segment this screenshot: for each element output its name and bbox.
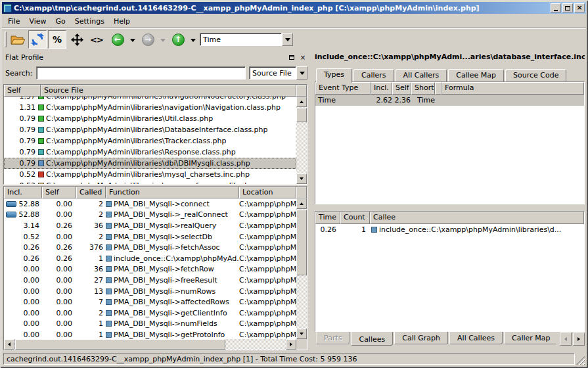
column-header-self[interactable]: Self <box>4 85 41 97</box>
scroll-up-button[interactable] <box>296 198 307 209</box>
table-horizontal-scrollbar[interactable] <box>4 339 296 350</box>
function-icon <box>106 212 112 218</box>
list-item[interactable]: 0.79C:\xampp\phpMyAdmin\libraries\Tracke… <box>4 135 296 147</box>
table-row[interactable]: Time 2.62 2.36 Time <box>315 95 584 106</box>
tab-scroll-right-button[interactable] <box>573 333 585 346</box>
scrollbar-thumb[interactable] <box>296 210 307 275</box>
forward-button[interactable]: → <box>139 30 157 49</box>
table-row[interactable]: 0.000.0027PMA_DBI_Mysqli->freeResultC:\x… <box>4 275 296 286</box>
table-vertical-scrollbar[interactable] <box>296 198 307 339</box>
maximize-button[interactable] <box>562 3 573 12</box>
function-name: PMA_DBI_Mysqli->numFields <box>114 319 217 328</box>
horizontal-splitter[interactable] <box>313 204 586 211</box>
table-row[interactable]: 3.140.2636PMA_DBI_Mysqli->realQueryC:\xa… <box>4 220 296 231</box>
relative-cost-button[interactable]: <> <box>87 30 106 49</box>
table-row[interactable]: 0.26 1 include_once::C:\xampp\phpMyAdmin… <box>315 224 584 235</box>
list-item[interactable]: 1.31C:\xampp\phpMyAdmin\libraries\naviga… <box>4 102 296 113</box>
list-item[interactable]: 0.79C:\xampp\phpMyAdmin\libraries\Respon… <box>4 147 296 158</box>
tab-call-graph[interactable]: Call Graph <box>394 332 448 344</box>
scroll-left-button[interactable] <box>4 339 14 350</box>
app-window: C:\xampp\tmp\cachegrind.out.1416463299-C… <box>0 0 588 368</box>
up-dropdown-icon[interactable] <box>191 39 196 45</box>
list-vertical-scrollbar[interactable] <box>296 97 307 184</box>
column-header-self[interactable]: Self <box>392 82 411 95</box>
incl-value: 0.00 <box>4 265 42 273</box>
table-row[interactable]: 0.000.0036PMA_DBI_Mysqli->fetchRowC:\xam… <box>4 264 296 275</box>
tab-callees[interactable]: Callees <box>351 332 393 346</box>
table-row[interactable]: 0.260.261include_once::C:\xampp\phpMyAd.… <box>4 253 296 264</box>
cycle-grouping-button[interactable] <box>28 30 47 49</box>
list-item[interactable]: 0.79C:\xampp\phpMyAdmin\libraries\Util.c… <box>4 113 296 124</box>
table-row[interactable]: 52.880.002PMA_DBI_Mysqli->connectC:\xamp… <box>4 198 296 210</box>
list-item[interactable]: 0.79C:\xampp\phpMyAdmin\libraries\Databa… <box>4 124 296 135</box>
column-header-incl[interactable]: Incl. <box>371 82 392 95</box>
function-name: PMA_DBI_Mysqli->getProtoInfo <box>114 331 225 339</box>
percent-toggle-button[interactable]: % <box>48 30 66 49</box>
scrollbar-thumb[interactable] <box>296 108 307 122</box>
table-row[interactable]: 0.000.001PMA_DBI_Mysqli->getProtoInfoC:\… <box>4 329 296 339</box>
tab-source-code[interactable]: Source Code <box>505 69 566 82</box>
back-icon: ← <box>112 34 124 46</box>
tab-all-callers[interactable]: All Callers <box>396 69 447 82</box>
toolbar-handle[interactable] <box>5 32 7 47</box>
table-row[interactable]: 0.260.26376PMA_DBI_Mysqli->fetchAssocC:\… <box>4 242 296 253</box>
list-item[interactable]: 0.79C:\xampp\phpMyAdmin\libraries\dbi\DB… <box>4 158 296 169</box>
up-button[interactable]: ↑ <box>169 30 187 49</box>
tab-caller-map[interactable]: Caller Map <box>504 332 556 344</box>
tab-all-callees[interactable]: All Callees <box>449 332 503 344</box>
menu-settings[interactable]: Settings <box>70 16 109 27</box>
table-row[interactable]: 0.000.007PMA_DBI_Mysqli->affectedRowsC:\… <box>4 296 296 308</box>
column-header-count[interactable]: Count <box>340 212 370 224</box>
list-item[interactable]: 0.52C:\xampp\phpMyAdmin\libraries\mysql_… <box>4 169 296 180</box>
scroll-down-button[interactable] <box>296 329 307 339</box>
search-input[interactable] <box>36 66 246 80</box>
tab-types[interactable]: Types <box>316 68 352 83</box>
column-header-formula[interactable]: Formula <box>441 82 584 95</box>
dock-title-bar[interactable]: Flat Profile × <box>3 51 307 63</box>
table-row[interactable]: 0.000.001PMA_DBI_Mysqli->numFieldsC:\xam… <box>4 319 296 330</box>
tab-callee-map[interactable]: Callee Map <box>448 69 504 82</box>
tab-callers[interactable]: Callers <box>353 69 394 82</box>
self-value: 0.79 <box>4 137 38 145</box>
back-button[interactable]: ← <box>108 30 127 49</box>
called-value: 2 <box>76 309 106 317</box>
scroll-right-button[interactable] <box>286 339 296 350</box>
column-header-callee[interactable]: Callee <box>370 212 584 224</box>
minimize-button[interactable] <box>551 3 561 12</box>
column-header-location[interactable]: Location <box>239 187 296 198</box>
column-header-incl[interactable]: Incl. <box>4 187 42 198</box>
column-header-event-type[interactable]: Event Type <box>315 82 371 95</box>
called-value: 1 <box>76 254 106 263</box>
column-header-called[interactable]: Called <box>76 187 106 198</box>
back-dropdown-icon[interactable] <box>130 39 135 45</box>
table-row[interactable]: 0.000.0013PMA_DBI_Mysqli->numRowsC:\xamp… <box>4 286 296 297</box>
expand-cost-button[interactable] <box>68 30 86 49</box>
menu-file[interactable]: File <box>3 16 24 27</box>
vertical-splitter[interactable] <box>309 51 313 350</box>
scroll-down-button[interactable] <box>296 173 307 184</box>
menu-help[interactable]: Help <box>109 16 135 27</box>
event-type-select[interactable]: Time <box>200 33 293 46</box>
group-by-select[interactable]: Source File <box>249 66 307 80</box>
open-file-button[interactable] <box>9 30 27 49</box>
column-header-function[interactable]: Function <box>106 187 239 198</box>
table-row[interactable]: 0.520.002PMA_DBI_Mysqli->selectDbC:\xamp… <box>4 231 296 242</box>
column-header-source-file[interactable]: Source File <box>41 85 296 97</box>
scroll-up-button[interactable] <box>296 97 307 107</box>
close-button[interactable]: × <box>574 3 585 12</box>
list-item[interactable]: 0.52C:\xampp\phpMyAdmin\libraries\user_p… <box>4 180 296 184</box>
column-header-time[interactable]: Time <box>315 212 340 224</box>
function-name: PMA_DBI_Mysqli->_realConnect <box>114 210 228 219</box>
column-header-self[interactable]: Self <box>42 187 76 198</box>
menu-view[interactable]: View <box>24 16 51 27</box>
close-dock-button[interactable]: × <box>298 53 307 62</box>
float-dock-button[interactable] <box>287 53 296 62</box>
menu-go[interactable]: Go <box>51 16 70 27</box>
table-row[interactable]: 52.880.002PMA_DBI_Mysqli->_realConnectC:… <box>4 210 296 221</box>
resize-grip-icon[interactable] <box>576 356 585 365</box>
list-item[interactable]: 1.37C:\xampp\phpMyAdmin\libraries\naviga… <box>4 97 296 102</box>
scrollbar-thumb[interactable] <box>15 339 225 350</box>
title-bar[interactable]: C:\xampp\tmp\cachegrind.out.1416463299-C… <box>2 2 586 14</box>
table-row[interactable]: 0.000.002PMA_DBI_Mysqli->getClientInfoC:… <box>4 308 296 319</box>
column-header-short[interactable]: Short <box>411 82 435 95</box>
